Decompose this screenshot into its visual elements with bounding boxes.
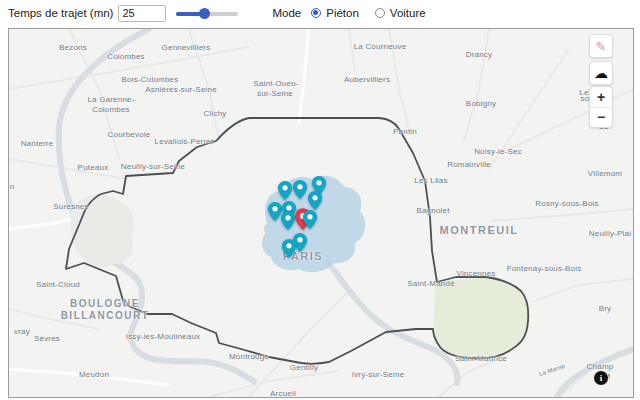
pins-layer [9,29,633,397]
zoom-in-button[interactable]: + [590,87,612,107]
toolbar: Temps de trajet (mn) Mode PiétonVoiture [0,0,640,26]
map-pin[interactable] [303,210,317,233]
cloud-icon: ☁ [594,66,608,80]
mode-group: Mode PiétonVoiture [272,7,441,19]
teal-pin-icon [303,210,317,229]
zoom-out-button[interactable]: − [590,107,612,128]
draw-button[interactable]: ✎ [589,34,613,58]
info-icon: i [600,373,603,383]
mode-label: Mode [272,7,301,19]
radio-label: Voiture [390,7,426,19]
cloud-button[interactable]: ☁ [589,61,613,85]
pencil-icon: ✎ [596,39,607,54]
teal-pin-icon [268,202,282,221]
travel-time-slider[interactable] [176,7,238,19]
map-pin[interactable] [282,239,296,262]
zoom-control: + − [589,86,613,128]
info-button[interactable]: i [594,371,608,385]
teal-pin-icon [293,180,307,199]
travel-time-label: Temps de trajet (mn) [8,7,113,19]
mode-options: PiétonVoiture [311,7,441,19]
radio-circle[interactable] [375,8,385,18]
radio-circle[interactable] [311,8,321,18]
teal-pin-icon [278,181,292,200]
slider-thumb[interactable] [199,8,210,19]
radio-label: Piéton [326,7,359,19]
travel-time-input[interactable] [118,5,166,22]
mode-radio-pieton[interactable]: Piéton [311,7,359,19]
map-pin[interactable] [281,211,295,234]
teal-pin-icon [282,239,296,258]
map-pin[interactable] [293,180,307,203]
mode-radio-voiture[interactable]: Voiture [375,7,426,19]
teal-pin-icon [281,211,295,230]
map-canvas[interactable]: BezonsColombesGennevilliersLa CourneuveD… [8,28,634,398]
map-pin[interactable] [268,202,282,225]
